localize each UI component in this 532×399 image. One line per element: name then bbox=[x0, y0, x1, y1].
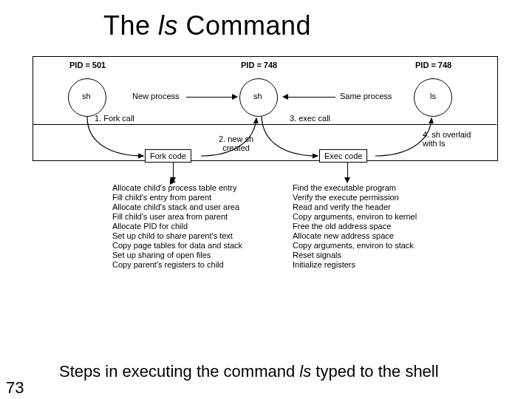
box-fork-code: Fork code bbox=[145, 149, 191, 163]
slide: The ls Command PID = 501 PID = 748 PID =… bbox=[0, 0, 532, 399]
down-arrow-fork bbox=[170, 177, 176, 183]
slide-title: The ls Command bbox=[103, 10, 311, 41]
figure: PID = 501 PID = 748 PID = 748 sh sh ls N… bbox=[33, 56, 498, 322]
curves bbox=[33, 56, 498, 174]
title-pre: The bbox=[103, 10, 158, 41]
fork-steps: Allocate child's process table entry Fil… bbox=[112, 183, 242, 270]
down-arrow-exec bbox=[344, 177, 350, 183]
title-em: ls bbox=[158, 10, 178, 41]
caption-em: ls bbox=[299, 362, 311, 381]
exec-steps: Find the executable program Verify the e… bbox=[293, 183, 417, 270]
title-post: Command bbox=[178, 10, 311, 41]
caption-post: typed to the shell bbox=[311, 362, 438, 381]
caption-pre: Steps in executing the command bbox=[59, 362, 299, 381]
page-number: 73 bbox=[6, 378, 24, 398]
caption: Steps in executing the command ls typed … bbox=[59, 362, 439, 381]
box-exec-code: Exec code bbox=[319, 149, 367, 163]
